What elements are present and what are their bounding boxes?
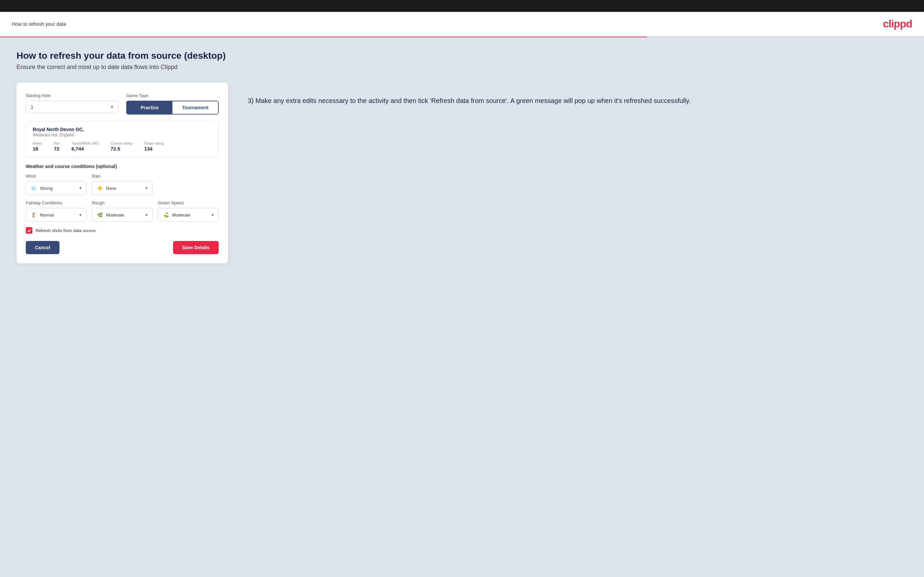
green-speed-group: Green Speed ⛳ Moderate ▼ — [158, 200, 219, 222]
save-details-button[interactable]: Save Details — [173, 241, 219, 254]
header: How to refresh your data clippd — [0, 12, 924, 37]
practice-button[interactable]: Practice — [127, 102, 173, 114]
wind-rain-row: Wind 💨 Strong ▼ Rain ☀️ None ▼ — [26, 174, 219, 195]
rain-group: Rain ☀️ None ▼ — [92, 174, 153, 195]
top-bar — [0, 0, 924, 12]
green-speed-dropdown[interactable]: ⛳ Moderate ▼ — [158, 208, 219, 222]
wind-icon: 💨 — [30, 185, 37, 192]
page-title: How to refresh your data from source (de… — [16, 50, 908, 61]
rough-group: Rough 🌿 Moderate ▼ — [92, 200, 153, 222]
holes-stat: Holes 18 — [33, 141, 42, 152]
course-rating-stat: Course rating 72.5 — [111, 141, 132, 152]
refresh-checkbox-label: Refresh shots from data source — [36, 228, 95, 233]
fairway-dropdown[interactable]: 🏌️ Normal ▼ — [26, 208, 87, 222]
fairway-icon: 🏌️ — [30, 211, 37, 219]
starting-hole-value: 1 — [31, 104, 113, 110]
fairway-label: Fairway Conditions — [26, 200, 87, 205]
page-subtitle: Ensure the correct and most up to date d… — [16, 64, 908, 71]
par-label: Par — [54, 141, 60, 145]
rain-chevron-icon: ▼ — [145, 186, 148, 190]
logo: clippd — [883, 18, 912, 30]
slope-rating-value: 134 — [144, 146, 164, 152]
form-card: Starting Hole 1 ▼ Game Type Practice Tou… — [16, 82, 228, 263]
rain-dropdown[interactable]: ☀️ None ▼ — [92, 181, 153, 195]
green-speed-icon: ⛳ — [162, 211, 170, 219]
refresh-checkbox[interactable] — [26, 227, 32, 234]
holes-value: 18 — [33, 146, 42, 152]
wind-label: Wind — [26, 174, 87, 179]
course-stats: Holes 18 Par 72 Yards/White (M)) 6,744 C… — [33, 141, 212, 152]
course-rating-label: Course rating — [111, 141, 132, 145]
rough-value: Moderate — [106, 213, 142, 218]
fairway-chevron-icon: ▼ — [79, 213, 82, 217]
slope-rating-label: Slope rating — [144, 141, 164, 145]
yards-label: Yards/White (M)) — [71, 141, 99, 145]
green-speed-value: Moderate — [172, 213, 208, 218]
starting-hole-select[interactable]: 1 ▼ — [26, 101, 118, 113]
rough-icon: 🌿 — [96, 211, 103, 219]
game-type-group: Game Type Practice Tournament — [126, 93, 219, 114]
rain-value: None — [106, 186, 142, 191]
par-stat: Par 72 — [54, 141, 60, 152]
holes-label: Holes — [33, 141, 42, 145]
course-location: Westward Hol, England — [33, 133, 212, 137]
rough-chevron-icon: ▼ — [145, 213, 148, 217]
wind-value: Strong — [40, 186, 76, 191]
instructions-text: 3) Make any extra edits necessary to the… — [248, 96, 908, 106]
par-value: 72 — [54, 146, 60, 152]
rain-icon: ☀️ — [96, 185, 103, 192]
fairway-value: Normal — [40, 213, 76, 218]
side-instructions: 3) Make any extra edits necessary to the… — [248, 82, 908, 106]
header-title: How to refresh your data — [12, 21, 66, 27]
green-speed-chevron-icon: ▼ — [211, 213, 215, 217]
main-content: How to refresh your data from source (de… — [0, 37, 924, 577]
refresh-checkbox-row: Refresh shots from data source — [26, 227, 219, 234]
yards-value: 6,744 — [71, 146, 99, 152]
cancel-button[interactable]: Cancel — [26, 241, 60, 254]
wind-chevron-icon: ▼ — [79, 186, 82, 190]
game-type-toggle: Practice Tournament — [126, 101, 219, 114]
wind-group: Wind 💨 Strong ▼ — [26, 174, 87, 195]
rough-dropdown[interactable]: 🌿 Moderate ▼ — [92, 208, 153, 222]
starting-hole-label: Starting Hole — [26, 93, 118, 98]
course-info-box: Royal North Devon GC, Westward Hol, Engl… — [26, 121, 219, 157]
course-name: Royal North Devon GC, — [33, 127, 212, 132]
content-area: Starting Hole 1 ▼ Game Type Practice Tou… — [16, 82, 908, 263]
game-type-label: Game Type — [126, 93, 219, 98]
top-form-row: Starting Hole 1 ▼ Game Type Practice Tou… — [26, 93, 219, 114]
conditions-row-2: Fairway Conditions 🏌️ Normal ▼ Rough 🌿 M… — [26, 200, 219, 222]
slope-rating-stat: Slope rating 134 — [144, 141, 164, 152]
weather-section-title: Weather and course conditions (optional) — [26, 164, 219, 169]
course-rating-value: 72.5 — [111, 146, 132, 152]
yards-stat: Yards/White (M)) 6,744 — [71, 141, 99, 152]
tournament-button[interactable]: Tournament — [173, 102, 218, 114]
fairway-group: Fairway Conditions 🏌️ Normal ▼ — [26, 200, 87, 222]
starting-hole-group: Starting Hole 1 ▼ — [26, 93, 118, 114]
green-speed-label: Green Speed — [158, 200, 219, 205]
wind-dropdown[interactable]: 💨 Strong ▼ — [26, 181, 87, 195]
buttons-row: Cancel Save Details — [26, 241, 219, 254]
rain-label: Rain — [92, 174, 153, 179]
rough-label: Rough — [92, 200, 153, 205]
